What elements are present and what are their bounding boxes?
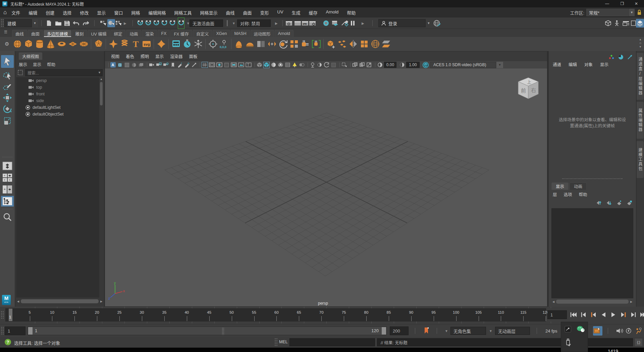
plain-icon[interactable] (331, 62, 336, 68)
camera-lock-icon[interactable] (156, 62, 162, 68)
playback-speed-icon[interactable] (635, 327, 643, 335)
channel-menu-编辑[interactable]: 编辑 (569, 61, 577, 68)
shelf-icon-target[interactable] (207, 38, 218, 50)
dock-tab-建模工具包[interactable]: 建模工具包 (637, 141, 644, 178)
wireframe-on-shaded-icon[interactable] (285, 62, 290, 68)
outliner-tab[interactable]: 大纲视图 (19, 52, 42, 60)
resolution-gate-icon[interactable] (216, 62, 222, 68)
loop-icon[interactable] (625, 327, 633, 334)
channel-graph-icon[interactable] (627, 54, 633, 60)
playback-options-icon[interactable] (593, 326, 602, 336)
color-wheel-icon[interactable] (131, 62, 137, 68)
shelf-icon-cube[interactable] (23, 38, 34, 50)
menu-选择[interactable]: 选择 (63, 9, 71, 16)
menu-网格[interactable]: 网格 (131, 9, 140, 16)
exposure-field[interactable]: 0.00 (384, 62, 396, 68)
paint-effects-icon[interactable] (341, 17, 348, 29)
fps-label[interactable]: 24 fps (543, 327, 564, 335)
gamma-field[interactable]: 1.00 (406, 62, 420, 68)
active-surface-field[interactable]: 无激活曲面 (190, 17, 223, 29)
menu-修改[interactable]: 修改 (80, 9, 89, 16)
menu-窗口[interactable]: 窗口 (114, 9, 123, 16)
time-ruler[interactable]: 1 51015202530354045505560657075808590951… (5, 308, 546, 321)
camera-icon[interactable] (149, 62, 155, 68)
shelf-icon-platonic[interactable] (93, 38, 104, 50)
outliner-horizontal-scrollbar[interactable]: ◀ ▶ (16, 298, 103, 304)
character-controls-icon[interactable] (614, 17, 620, 29)
menu-编辑[interactable]: 编辑 (29, 9, 37, 16)
shelf-icon-cylinder[interactable] (34, 38, 45, 50)
outliner-filter-icon[interactable] (17, 69, 24, 76)
go-to-end-button[interactable] (640, 310, 644, 319)
shelf-icon-snowflake[interactable] (193, 38, 204, 50)
construction-arrow[interactable]: ▼ (232, 17, 235, 29)
outliner-item-top[interactable]: top (16, 84, 103, 91)
colorspace-dropdown-arrow[interactable]: ▼ (496, 62, 503, 68)
script-editor-button[interactable]: {;} (635, 338, 643, 346)
layer-tab-显示[interactable]: 显示 (551, 182, 569, 190)
camera-gear-icon[interactable] (163, 62, 169, 68)
select-camera-icon[interactable] (117, 62, 123, 68)
shelf-icon-pairs[interactable] (266, 38, 277, 50)
shelf-icon-disc[interactable] (78, 38, 89, 50)
layer-tab-动画[interactable]: 动画 (570, 182, 587, 190)
film-gate-icon[interactable] (209, 62, 215, 68)
character-set-field[interactable]: 无角色集 (450, 327, 486, 335)
ipr-render-icon[interactable]: IPR (302, 17, 309, 29)
shelf-gear-icon[interactable]: ⚙ (5, 41, 9, 47)
shelf-icon-supershape[interactable] (156, 38, 167, 50)
close-button[interactable]: ✕ (631, 0, 641, 7)
character-set-arrow[interactable]: ▼ (445, 329, 448, 333)
system-tray-popup[interactable] (561, 322, 588, 352)
bookmark-icon[interactable] (423, 327, 431, 335)
menu-创建[interactable]: 创建 (46, 9, 54, 16)
menu-显示[interactable]: 显示 (97, 9, 106, 16)
viewport-menu-渲染器[interactable]: 渲染器 (170, 53, 183, 59)
grid-icon[interactable] (202, 62, 208, 68)
pencil2-icon[interactable] (184, 62, 190, 68)
save-scene-icon[interactable] (64, 17, 70, 29)
shelf-icon-cone[interactable] (45, 38, 56, 50)
outliner-menu-帮助[interactable]: 帮助 (47, 61, 55, 68)
shelf-tab-运动图形[interactable]: 运动图形 (251, 30, 274, 37)
statusline-grip[interactable] (1, 17, 4, 29)
step-forward-key-button[interactable] (630, 310, 637, 319)
shelf-tab-曲线[interactable]: 曲线 (12, 30, 27, 37)
safe-action-icon[interactable] (238, 62, 244, 68)
refresh-icon[interactable] (324, 62, 329, 68)
workspace-dropdown-arrow[interactable]: ▼ (629, 9, 635, 16)
collapse-arrow[interactable]: ▶ (362, 17, 364, 29)
menu-网格工具[interactable]: 网格工具 (174, 9, 192, 16)
outliner-vertical-scrollbar[interactable]: ▲ (99, 77, 103, 298)
layer-list[interactable] (551, 208, 633, 298)
menu-曲线[interactable]: 曲线 (226, 9, 234, 16)
channel-speed-icon[interactable] (618, 54, 624, 60)
snap-point-icon[interactable] (153, 17, 160, 29)
layer-menu-帮助[interactable]: 帮助 (579, 191, 587, 197)
mel-input[interactable] (289, 338, 375, 346)
xray-icon[interactable] (352, 62, 358, 68)
shelf-icon-wiresphere[interactable] (370, 38, 381, 50)
viewport-menu-面板[interactable]: 面板 (189, 53, 198, 59)
shelf-scroll-buttons[interactable]: ▲○▼ (637, 38, 643, 50)
shelf-tab-自定义[interactable]: 自定义 (193, 30, 212, 37)
mel-label[interactable]: MEL (279, 340, 288, 344)
viewcube-toggle-icon[interactable] (605, 17, 611, 29)
range-start-handle[interactable] (28, 327, 33, 335)
shelf-tab-XGen[interactable]: XGen (213, 30, 230, 37)
shelf-tab-曲面[interactable]: 曲面 (28, 30, 43, 37)
render-view-icon[interactable] (285, 17, 292, 29)
shelf-icon-scatter[interactable] (336, 38, 347, 50)
shelf-tab-FX 缓存[interactable]: FX 缓存 (170, 30, 192, 37)
history-marker[interactable] (227, 17, 228, 29)
shaded-icon[interactable] (264, 62, 269, 68)
tray-app-icon[interactable] (565, 326, 571, 333)
new-scene-icon[interactable] (46, 17, 52, 29)
panel-layouts-icon[interactable] (636, 19, 644, 28)
outliner-item-defaultLightSet[interactable]: defaultLightSet (16, 104, 103, 111)
color-management-toggle[interactable]: ON (422, 62, 429, 68)
shelf-icon-stack[interactable] (359, 38, 370, 50)
viewport-panel[interactable]: 视图着色照明显示渲染器面板 AT0.001.00ONACES 1.0 SDR-v… (105, 51, 547, 307)
layer-menu-层[interactable]: 层 (553, 191, 557, 197)
grease-pencil-icon[interactable] (124, 62, 130, 68)
